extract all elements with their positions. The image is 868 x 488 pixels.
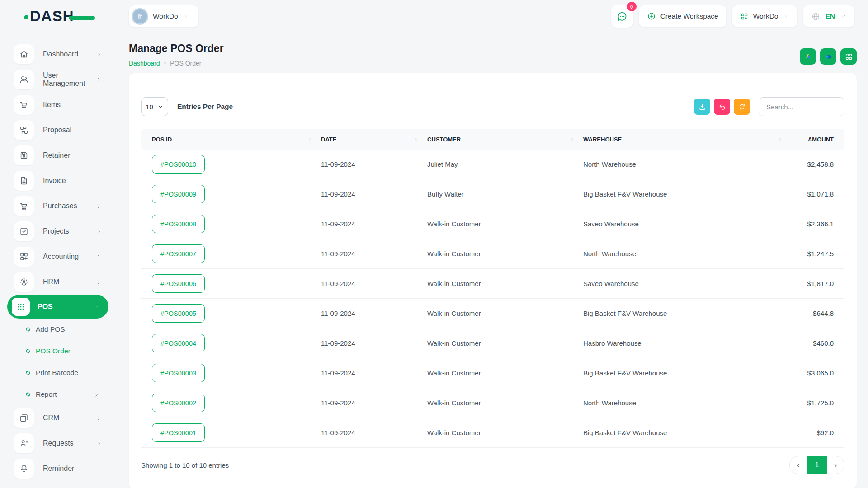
sort-arrows-icon: ↑↓ [778, 136, 781, 142]
sidebar-item-retainer[interactable]: Retainer [5, 143, 114, 168]
sidebar-item-accounting[interactable]: Accounting [5, 244, 114, 269]
sidebar-item-pos[interactable]: POS [7, 295, 108, 319]
sidebar-item-hrm[interactable]: HRM [5, 269, 114, 295]
user-plus-icon [14, 433, 34, 453]
customer-cell: Walk-in Customer [424, 310, 580, 317]
table-row: #POS0000411-09-2024Walk-in CustomerHasbr… [141, 328, 844, 358]
sidebar-item-crm[interactable]: CRM [5, 405, 114, 431]
amount-cell: $2,458.8 [788, 160, 844, 168]
date-cell: 11-09-2024 [317, 160, 424, 168]
pos-id-link[interactable]: #POS00005 [152, 304, 205, 323]
pos-id-link[interactable]: #POS00003 [152, 364, 205, 382]
table-row: #POS0000511-09-2024Walk-in CustomerBig B… [141, 299, 844, 328]
page-title: Manage POS Order [129, 42, 224, 55]
amount-cell: $644.8 [788, 310, 844, 317]
sidebar-item-label: Retainer [43, 151, 70, 160]
sidebar-subitem-report[interactable]: Report [5, 384, 114, 405]
pos-id-link[interactable]: #POS00006 [152, 274, 205, 293]
sidebar-item-invoice[interactable]: Invoice [5, 168, 114, 193]
grid-dots-icon [12, 298, 30, 316]
pos-id-link[interactable]: #POS00010 [152, 155, 205, 174]
breadcrumb-dashboard-link[interactable]: Dashboard [129, 60, 160, 67]
create-workspace-button[interactable]: Create Workspace [639, 5, 726, 27]
pos-id-link[interactable]: #POS00009 [152, 185, 205, 203]
bullet-icon [25, 370, 31, 375]
column-header-date[interactable]: DATE↑↓ [317, 136, 424, 143]
pos-id-link[interactable]: #POS00007 [152, 244, 205, 263]
sidebar-item-label: POS [38, 303, 53, 311]
pagination-next-button[interactable]: › [827, 456, 844, 474]
chat-bubble-icon [616, 10, 628, 22]
download-icon [698, 103, 707, 111]
customer-cell: Walk-in Customer [424, 399, 580, 407]
amount-cell: $1,725.0 [788, 399, 844, 407]
date-cell: 11-09-2024 [317, 280, 424, 287]
customer-cell: Walk-in Customer [424, 369, 580, 377]
sidebar-subitem-add-pos[interactable]: Add POS [5, 319, 114, 340]
date-cell: 11-09-2024 [317, 339, 424, 347]
column-header-customer[interactable]: CUSTOMER↑↓ [424, 136, 580, 143]
column-header-label: CUSTOMER [427, 136, 461, 143]
grid-view-button[interactable] [840, 48, 857, 65]
export-download-button[interactable] [694, 99, 710, 115]
date-cell: 11-09-2024 [317, 369, 424, 377]
customer-cell: Walk-in Customer [424, 429, 580, 436]
google-drive-button[interactable] [800, 48, 816, 65]
sidebar-subitem-print-barcode[interactable]: Print Barcode [5, 362, 114, 384]
sidebar-item-purchases[interactable]: Purchases [5, 193, 114, 219]
sidebar-item-label: CRM [43, 414, 59, 422]
sidebar-item-projects[interactable]: Projects [5, 219, 114, 244]
pos-id-link[interactable]: #POS00002 [152, 394, 205, 412]
pos-id-link[interactable]: #POS00008 [152, 215, 205, 233]
sidebar-item-label: Purchases [43, 202, 77, 210]
chevron-down-icon [157, 103, 164, 110]
pagination-current-page[interactable]: 1 [807, 456, 827, 474]
main-content: Manage POS Order Dashboard › POS Order [129, 33, 857, 488]
column-header-label: DATE [321, 136, 336, 143]
table-row: #POS0000111-09-2024Walk-in CustomerBig B… [141, 418, 844, 448]
sidebar-item-label: Projects [43, 227, 69, 235]
messages-button[interactable]: 0 [611, 5, 633, 28]
sidebar-item-label: Items [43, 101, 61, 109]
crosshair-user-icon [14, 272, 34, 292]
customer-cell: Walk-in Customer [424, 339, 580, 347]
refresh-icon [738, 103, 746, 111]
entries-per-page-label: Entries Per Page [177, 103, 233, 111]
chevron-right-icon [95, 415, 102, 422]
pos-order-card: 10 Entries Per Page [129, 73, 857, 488]
sidebar-subitem-pos-order[interactable]: POS Order [5, 340, 114, 362]
undo-arrow-icon [718, 103, 726, 111]
breadcrumb-separator-icon: › [164, 60, 166, 67]
sidebar-item-proposal[interactable]: Proposal [5, 117, 114, 143]
entries-per-page-select[interactable]: 10 [141, 97, 168, 116]
sidebar-item-dashboard[interactable]: Dashboard [5, 42, 114, 67]
sidebar-item-user-management[interactable]: User Management [5, 67, 114, 92]
sidebar-item-reminder[interactable]: Reminder [5, 456, 114, 481]
date-cell: 11-09-2024 [317, 310, 424, 317]
sidebar-item-items[interactable]: Items [5, 92, 114, 117]
column-header-pos-id[interactable]: POS ID↑↓ [141, 136, 317, 143]
chevron-down-icon [94, 303, 100, 310]
amount-cell: $1,071.8 [788, 190, 844, 198]
customer-cell: Juliet May [424, 160, 580, 168]
date-cell: 11-09-2024 [317, 399, 424, 407]
workspace-name: WorkDo [153, 12, 178, 20]
amount-cell: $3,065.0 [788, 369, 844, 377]
onedrive-button[interactable] [820, 48, 836, 65]
table-row: #POS0000811-09-2024Walk-in CustomerSaveo… [141, 209, 844, 239]
pos-id-link[interactable]: #POS00004 [152, 334, 205, 352]
cart-icon [14, 95, 34, 115]
pos-id-link[interactable]: #POS00001 [152, 423, 205, 442]
pos-order-table: POS ID↑↓DATE↑↓CUSTOMER↑↓WAREHOUSE↑↓AMOUN… [141, 129, 844, 448]
refresh-button[interactable] [734, 99, 750, 115]
column-header-warehouse[interactable]: WAREHOUSE↑↓ [580, 136, 788, 143]
workspace-menu-button[interactable]: WorkDo [732, 5, 798, 27]
language-selector[interactable]: EN [803, 5, 854, 27]
sidebar-item-requests[interactable]: Requests [5, 431, 114, 456]
search-input[interactable] [759, 97, 844, 116]
undo-button[interactable] [714, 99, 730, 115]
amount-cell: $2,366.1 [788, 220, 844, 228]
grid-plus-icon [740, 12, 749, 21]
workspace-selector[interactable]: WorkDo [129, 5, 198, 27]
pagination-prev-button[interactable]: ‹ [790, 456, 807, 474]
